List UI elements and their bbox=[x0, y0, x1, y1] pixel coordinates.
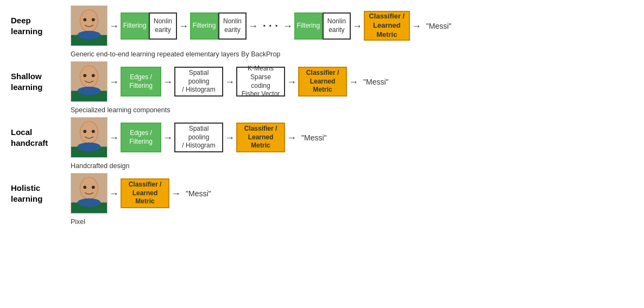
box-spatial-shallow: Spatial pooling/ Histogram bbox=[174, 67, 223, 97]
shallow-caption: Specialized learning components bbox=[71, 106, 633, 114]
face-image-deep bbox=[71, 5, 108, 46]
shallow-learning-label: Shallowlearning bbox=[11, 61, 71, 92]
box-nonlinearity-1: Nonlinearity bbox=[149, 12, 177, 40]
svg-point-10 bbox=[83, 74, 86, 77]
box-classifier-shallow: Classifier /Learned Metric bbox=[298, 67, 347, 97]
arrow-s2: → bbox=[163, 77, 173, 87]
output-holistic: "Messi" bbox=[186, 189, 211, 198]
arrow-h2: → bbox=[171, 189, 181, 198]
dots: · · · bbox=[263, 20, 278, 32]
shallow-learning-section: Shallowlearning → Edges /Filterin bbox=[11, 61, 633, 114]
svg-point-2 bbox=[80, 10, 97, 31]
box-filtering-2: Filtering bbox=[190, 12, 218, 40]
deep-learning-section: Deeplearning → bbox=[11, 5, 633, 58]
svg-point-18 bbox=[92, 130, 95, 133]
local-handcraft-pipeline: → Edges /Filtering → Spatial pooling/ Hi… bbox=[71, 117, 327, 158]
local-handcraft-label: Localhandcraft bbox=[11, 117, 71, 148]
arrow-s4: → bbox=[287, 77, 296, 87]
arrow-l2: → bbox=[163, 133, 173, 143]
deep-learning-pipeline: → Filtering Nonlinearity → Filtering Non… bbox=[71, 5, 451, 46]
output-deep: "Messi" bbox=[426, 22, 452, 30]
box-nonlinearity-3: Nonlinearity bbox=[323, 12, 351, 40]
arrow-h1: → bbox=[109, 189, 119, 198]
arrow-l1: → bbox=[109, 133, 119, 143]
svg-point-24 bbox=[83, 185, 86, 189]
svg-point-16 bbox=[80, 122, 97, 143]
holistic-learning-label: Holisticlearning bbox=[11, 173, 71, 204]
box-nonlinearity-2: Nonlinearity bbox=[218, 12, 247, 40]
box-filtering-3: Filtering bbox=[294, 12, 323, 40]
arrow-2: → bbox=[179, 21, 188, 31]
box-classifier-local: Classifier /Learned Metric bbox=[236, 123, 285, 152]
box-edges-shallow: Edges /Filtering bbox=[121, 67, 161, 97]
face-image-shallow bbox=[71, 61, 108, 102]
svg-point-3 bbox=[83, 18, 86, 21]
arrow-5: → bbox=[352, 21, 362, 31]
arrow-4: → bbox=[283, 21, 293, 31]
holistic-learning-pipeline: → Classifier /Learned Metric → "Messi" bbox=[71, 173, 211, 214]
box-filtering-1: Filtering bbox=[121, 12, 149, 40]
arrow-6: → bbox=[412, 21, 421, 31]
arrow-1: → bbox=[109, 21, 119, 31]
output-shallow: "Messi" bbox=[363, 78, 389, 86]
svg-point-13 bbox=[78, 87, 101, 95]
svg-point-4 bbox=[92, 18, 95, 21]
holistic-caption: Pixel bbox=[71, 218, 633, 226]
arrow-s3: → bbox=[225, 77, 235, 87]
face-image-holistic bbox=[71, 173, 108, 214]
svg-point-6 bbox=[78, 31, 101, 40]
box-kmeans-shallow: K-MeansSparse codingFisher Vector bbox=[236, 67, 285, 97]
svg-point-27 bbox=[78, 198, 101, 207]
arrow-s1: → bbox=[109, 77, 119, 87]
shallow-learning-pipeline: → Edges /Filtering → Spatial pooling/ Hi… bbox=[71, 61, 389, 102]
deep-learning-row: Deeplearning → bbox=[11, 5, 633, 46]
svg-point-20 bbox=[78, 143, 101, 151]
arrow-l3: → bbox=[225, 133, 235, 143]
output-local: "Messi" bbox=[301, 133, 327, 142]
holistic-learning-section: Holisticlearning → Classifier /Le bbox=[11, 173, 633, 226]
svg-point-23 bbox=[80, 178, 97, 199]
arrow-l4: → bbox=[287, 133, 296, 143]
arrow-3: → bbox=[248, 21, 258, 31]
holistic-learning-row: Holisticlearning → Classifier /Le bbox=[11, 173, 633, 214]
face-image-local bbox=[71, 117, 108, 158]
box-edges-local: Edges /Filtering bbox=[121, 123, 161, 152]
deep-caption: Generic end-to-end learning repeated ele… bbox=[71, 50, 633, 58]
box-classifier-deep: Classifier /Learned Metric bbox=[364, 11, 410, 41]
diagram: Deeplearning → bbox=[0, 0, 644, 308]
svg-point-25 bbox=[92, 185, 95, 189]
local-handcraft-row: Localhandcraft → Edges /Filtering bbox=[11, 117, 633, 158]
svg-point-9 bbox=[80, 66, 97, 87]
box-classifier-holistic: Classifier /Learned Metric bbox=[121, 178, 169, 208]
deep-learning-label: Deeplearning bbox=[11, 5, 71, 36]
arrow-s5: → bbox=[349, 77, 358, 87]
local-caption: Handcrafted design bbox=[71, 162, 633, 170]
svg-point-11 bbox=[92, 74, 95, 77]
local-handcraft-section: Localhandcraft → Edges /Filtering bbox=[11, 117, 633, 170]
svg-point-17 bbox=[83, 130, 86, 133]
box-spatial-local: Spatial pooling/ Histogram bbox=[174, 123, 223, 152]
shallow-learning-row: Shallowlearning → Edges /Filterin bbox=[11, 61, 633, 102]
